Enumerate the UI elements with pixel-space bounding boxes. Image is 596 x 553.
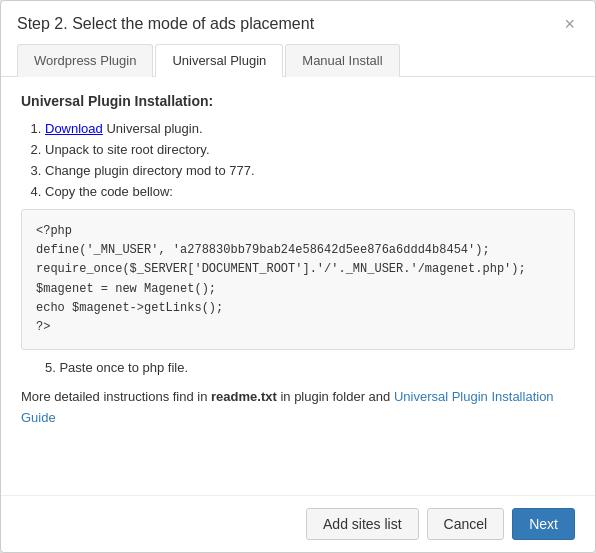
tab-universal[interactable]: Universal Plugin (155, 44, 283, 77)
download-link[interactable]: Download (45, 121, 103, 136)
tab-manual[interactable]: Manual Install (285, 44, 399, 77)
dialog: Step 2. Select the mode of ads placement… (0, 0, 596, 553)
step-2: Unpack to site root directory. (45, 142, 575, 157)
tabs-container: Wordpress Plugin Universal Plugin Manual… (1, 33, 595, 77)
add-sites-button[interactable]: Add sites list (306, 508, 419, 540)
code-block[interactable]: <?php define('_MN_USER', 'a278830bb79bab… (21, 209, 575, 350)
step-3: Change plugin directory mod to 777. (45, 163, 575, 178)
close-button[interactable]: × (560, 15, 579, 33)
tab-wordpress[interactable]: Wordpress Plugin (17, 44, 153, 77)
more-info: More detailed instructions find in readm… (21, 387, 575, 429)
step-1: Download Universal plugin. (45, 121, 575, 136)
steps-list: Download Universal plugin. Unpack to sit… (21, 121, 575, 199)
dialog-body: Universal Plugin Installation: Download … (1, 77, 595, 495)
dialog-footer: Add sites list Cancel Next (1, 495, 595, 552)
section-title: Universal Plugin Installation: (21, 93, 575, 109)
step-5: 5. Paste once to php file. (21, 360, 575, 375)
dialog-title: Step 2. Select the mode of ads placement (17, 15, 314, 33)
dialog-header: Step 2. Select the mode of ads placement… (1, 1, 595, 33)
step-4: Copy the code bellow: (45, 184, 575, 199)
cancel-button[interactable]: Cancel (427, 508, 505, 540)
next-button[interactable]: Next (512, 508, 575, 540)
